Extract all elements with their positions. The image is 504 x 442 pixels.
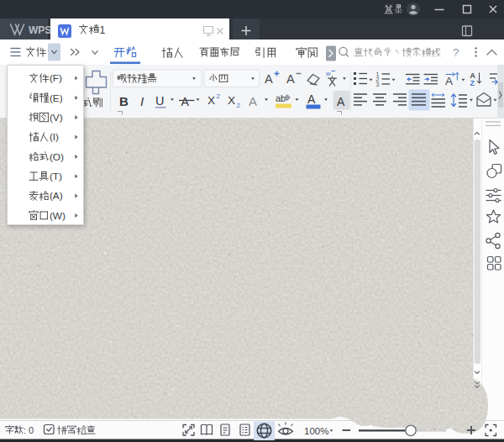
svg-text:?: ? xyxy=(453,46,459,59)
svg-text:U: U xyxy=(155,94,164,108)
svg-text:100%: 100% xyxy=(304,426,328,436)
svg-text:: 0: : 0 xyxy=(24,425,34,435)
svg-text:Z: Z xyxy=(470,79,475,87)
svg-text:(E): (E) xyxy=(50,92,63,104)
svg-text:A: A xyxy=(265,72,273,86)
svg-text:A: A xyxy=(337,95,345,108)
svg-text:A: A xyxy=(445,75,453,87)
svg-text:WPS: WPS xyxy=(29,24,51,36)
svg-text:(I): (I) xyxy=(50,131,59,143)
svg-text:A: A xyxy=(249,94,257,108)
svg-text:(A): (A) xyxy=(50,190,63,202)
svg-text:X: X xyxy=(228,94,235,107)
svg-text:I: I xyxy=(140,94,144,108)
svg-text:(O): (O) xyxy=(50,151,64,163)
svg-text:2: 2 xyxy=(217,92,221,100)
svg-text:2: 2 xyxy=(237,102,241,109)
svg-text:(F): (F) xyxy=(50,72,62,84)
svg-text:3: 3 xyxy=(376,82,380,87)
svg-text:A: A xyxy=(307,92,316,106)
svg-text:(T): (T) xyxy=(50,171,62,182)
svg-text:1: 1 xyxy=(100,24,106,36)
svg-text:(V): (V) xyxy=(50,112,63,124)
svg-text:B: B xyxy=(119,94,129,108)
svg-text:A: A xyxy=(181,95,190,108)
svg-text:(W): (W) xyxy=(50,210,66,222)
svg-text:w: w xyxy=(325,70,331,77)
svg-text:X: X xyxy=(207,94,215,107)
svg-text:A: A xyxy=(286,72,295,86)
